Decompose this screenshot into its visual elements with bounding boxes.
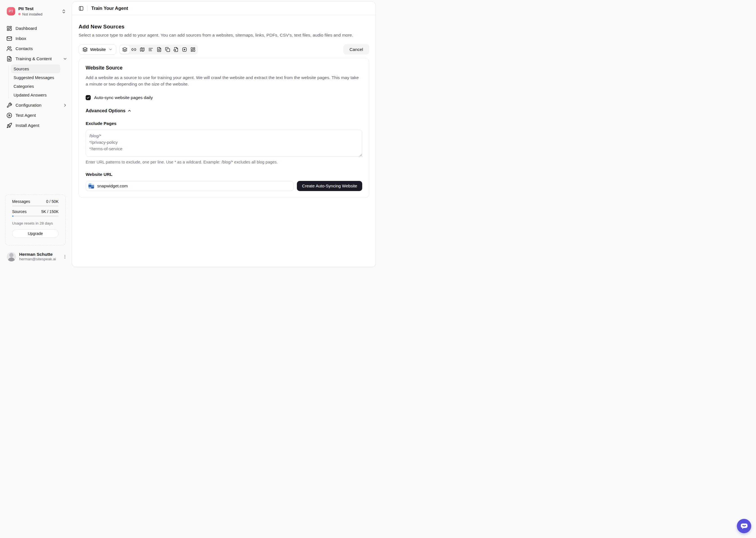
website-url-input[interactable] bbox=[86, 181, 293, 191]
chevron-down-icon bbox=[108, 47, 113, 51]
sidebar-item-test-agent[interactable]: Test Agent bbox=[7, 110, 67, 121]
usage-label: Messages bbox=[12, 199, 30, 204]
panel-left-toggle-icon[interactable] bbox=[79, 6, 84, 11]
sidebar-item-label: Configuration bbox=[16, 103, 41, 108]
workspace-status-label: Not installed bbox=[22, 12, 42, 17]
header-divider bbox=[87, 6, 88, 11]
exclude-pages-textarea[interactable]: /blog/* */privacy-policy */terms-of-serv… bbox=[86, 130, 362, 157]
sidebar-item-label: Install Agent bbox=[16, 123, 39, 128]
source-type-layout-grid-icon[interactable] bbox=[189, 45, 197, 54]
workspace-switcher[interactable]: PT PII Test Not installed bbox=[0, 0, 72, 16]
sidebar-item-label: Contacts bbox=[16, 46, 33, 51]
layout-dashboard-icon bbox=[7, 26, 12, 31]
file-text-icon bbox=[7, 56, 12, 62]
advanced-options-label: Advanced Options bbox=[86, 108, 125, 113]
sidebar-item-suggested-messages[interactable]: Suggested Messages bbox=[11, 73, 60, 82]
workspace-meta: PII Test Not installed bbox=[18, 6, 42, 16]
usage-reset-note: Usage resets in 28 days bbox=[12, 221, 59, 225]
chevron-up-icon bbox=[127, 109, 132, 113]
sidebar-subitem-label: Sources bbox=[14, 66, 29, 71]
autosync-row[interactable]: Auto-sync website pages daily bbox=[86, 95, 362, 100]
card-title: Website Source bbox=[86, 65, 362, 71]
user-email: herman@sitespeak.ai bbox=[19, 257, 56, 262]
usage-value: 0 / 50K bbox=[46, 199, 59, 204]
source-type-toolbar: Website bbox=[79, 44, 369, 55]
autosync-label: Auto-sync website pages daily bbox=[94, 95, 153, 100]
sidebar-item-install-agent[interactable]: Install Agent bbox=[7, 121, 67, 131]
sidebar-nav: Dashboard Inbox Contacts Training & Cont… bbox=[0, 23, 72, 131]
sidebar: PT PII Test Not installed Dashboard bbox=[0, 0, 72, 269]
sidebar-subitem-label: Categories bbox=[14, 84, 34, 89]
layers-icon bbox=[83, 47, 88, 52]
chevron-down-icon bbox=[63, 57, 67, 61]
rocket-icon bbox=[7, 123, 12, 128]
website-url-input-wrap bbox=[86, 181, 293, 191]
sidebar-item-sources[interactable]: Sources bbox=[11, 65, 60, 73]
website-source-card: Website Source Add a website as a source… bbox=[79, 58, 369, 198]
website-favicon bbox=[89, 183, 94, 189]
sidebar-item-label: Training & Content bbox=[16, 56, 52, 61]
circle-play-icon bbox=[7, 113, 12, 118]
usage-row-sources: Sources 5K / 150K bbox=[12, 209, 59, 214]
sidebar-item-contacts[interactable]: Contacts bbox=[7, 44, 67, 54]
workspace-avatar: PT bbox=[7, 7, 15, 16]
training-content-submenu: Sources Suggested Messages Categories Up… bbox=[7, 65, 67, 99]
chevron-right-icon bbox=[63, 103, 67, 107]
submenu-guide-line bbox=[8, 65, 9, 98]
chevrons-up-down-icon[interactable] bbox=[61, 9, 66, 14]
user-meta: Herman Schutte herman@sitespeak.ai bbox=[19, 251, 56, 262]
usage-summary-card: Messages 0 / 50K Sources 5K / 150K Usage… bbox=[5, 194, 66, 245]
sidebar-subitem-label: Suggested Messages bbox=[14, 75, 54, 80]
source-type-sitemap-map-icon[interactable] bbox=[138, 45, 147, 54]
sidebar-item-training-content[interactable]: Training & Content bbox=[7, 54, 67, 64]
page-header-title: Train Your Agent bbox=[91, 6, 128, 11]
source-type-icon-group bbox=[119, 44, 198, 55]
usage-value: 5K / 150K bbox=[41, 209, 59, 214]
source-type-file-text-icon[interactable] bbox=[155, 45, 163, 54]
wrench-icon bbox=[7, 102, 12, 108]
source-type-video-play-icon[interactable] bbox=[180, 45, 189, 54]
more-vertical-icon[interactable] bbox=[63, 254, 67, 259]
source-type-copy-files-icon[interactable] bbox=[163, 45, 172, 54]
upgrade-button[interactable]: Upgrade bbox=[12, 229, 59, 238]
status-dot-icon bbox=[18, 13, 21, 15]
workspace-status: Not installed bbox=[18, 12, 42, 17]
main-panel: Train Your Agent Add New Sources Select … bbox=[72, 1, 376, 267]
sidebar-item-updated-answers[interactable]: Updated Answers bbox=[11, 90, 60, 99]
sources-progress-track bbox=[12, 216, 59, 217]
source-type-selected-label: Website bbox=[90, 47, 106, 52]
sidebar-item-label: Dashboard bbox=[16, 26, 37, 31]
source-type-website-layers-icon[interactable] bbox=[120, 45, 130, 54]
sidebar-item-dashboard[interactable]: Dashboard bbox=[7, 23, 67, 33]
page-subtitle: Select a source type to add to your agen… bbox=[79, 33, 369, 38]
cancel-button[interactable]: Cancel bbox=[344, 44, 369, 55]
mail-icon bbox=[7, 36, 12, 41]
main-header: Train Your Agent bbox=[72, 2, 375, 15]
page-title: Add New Sources bbox=[79, 24, 369, 30]
sidebar-item-configuration[interactable]: Configuration bbox=[7, 100, 67, 110]
messages-progress-track bbox=[12, 205, 59, 206]
source-type-link-icon[interactable] bbox=[130, 45, 138, 54]
card-description: Add a website as a source to use for tra… bbox=[86, 74, 362, 87]
usage-row-messages: Messages 0 / 50K bbox=[12, 199, 59, 204]
source-type-file-audio-icon[interactable] bbox=[172, 45, 180, 54]
create-auto-syncing-website-button[interactable]: Create Auto-Syncing Website bbox=[297, 181, 362, 191]
workspace-name: PII Test bbox=[18, 6, 42, 12]
website-url-label: Website URL bbox=[86, 172, 362, 177]
exclude-pages-label: Exclude Pages bbox=[86, 121, 362, 126]
usage-label: Sources bbox=[12, 209, 27, 214]
exclude-pages-help: Enter URL patterns to exclude, one per l… bbox=[86, 160, 362, 164]
sidebar-item-label: Inbox bbox=[16, 36, 26, 41]
app-root: PT PII Test Not installed Dashboard bbox=[0, 0, 378, 269]
source-type-text-align-left-icon[interactable] bbox=[147, 45, 155, 54]
user-avatar bbox=[7, 252, 16, 261]
user-account-row[interactable]: Herman Schutte herman@sitespeak.ai bbox=[7, 251, 67, 262]
sidebar-item-categories[interactable]: Categories bbox=[11, 82, 60, 90]
autosync-checkbox[interactable] bbox=[86, 95, 91, 100]
sidebar-item-label: Test Agent bbox=[16, 113, 36, 118]
sidebar-subitem-label: Updated Answers bbox=[14, 92, 47, 97]
sidebar-item-inbox[interactable]: Inbox bbox=[7, 33, 67, 44]
source-type-select[interactable]: Website bbox=[79, 44, 116, 55]
main-body: Add New Sources Select a source type to … bbox=[72, 15, 375, 198]
advanced-options-toggle[interactable]: Advanced Options bbox=[86, 108, 362, 113]
